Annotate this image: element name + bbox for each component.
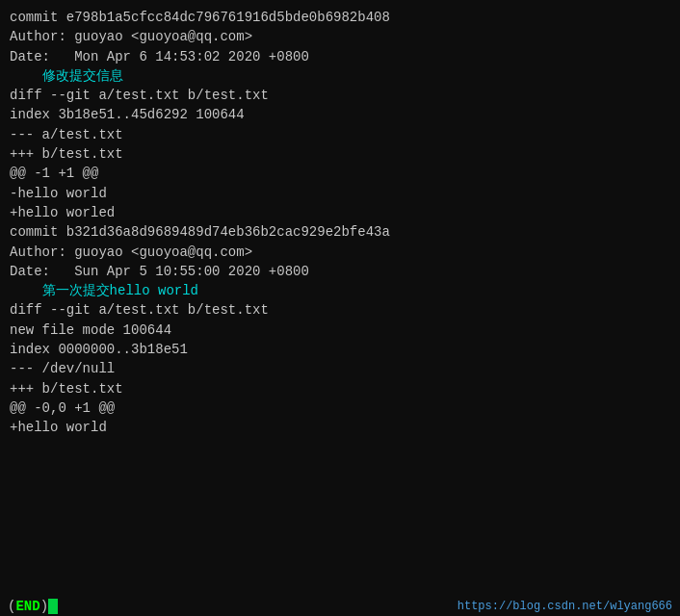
commit2-hash: commit b321d36a8d9689489d74eb36b2cac929e… bbox=[10, 222, 670, 242]
end-word: END bbox=[15, 599, 39, 614]
diff1-header: diff --git a/test.txt b/test.txt bbox=[10, 86, 670, 105]
diff2-index: index 0000000..3b18e51 bbox=[10, 340, 670, 359]
terminal: commit e798b1a5cfcc84dc796761916d5bde0b6… bbox=[0, 0, 680, 616]
watermark: https://blog.csdn.net/wlyang666 bbox=[458, 600, 672, 613]
diff1-index: index 3b18e51..45d6292 100644 bbox=[10, 105, 670, 124]
cursor bbox=[48, 599, 58, 614]
end-bracket-close: ) bbox=[40, 599, 48, 614]
diff2-from: --- /dev/null bbox=[10, 359, 670, 378]
commit2-author: Author: guoyao <guoyoa@qq.com> bbox=[10, 243, 670, 262]
diff1-hunk: @@ -1 +1 @@ bbox=[10, 164, 670, 183]
commit2-date: Date: Sun Apr 5 10:55:00 2020 +0800 bbox=[10, 262, 670, 281]
commit1-date: Date: Mon Apr 6 14:53:02 2020 +0800 bbox=[10, 47, 670, 66]
diff2-add: +hello world bbox=[10, 418, 670, 437]
commit2-msg: 第一次提交hello world bbox=[10, 281, 670, 300]
commit1-hash: commit e798b1a5cfcc84dc796761916d5bde0b6… bbox=[10, 8, 670, 27]
end-badge: ( END ) bbox=[8, 599, 58, 614]
commit1-author: Author: guoyao <guoyoa@qq.com> bbox=[10, 27, 670, 46]
diff1-from: --- a/test.txt bbox=[10, 125, 670, 144]
bottom-bar: ( END ) https://blog.csdn.net/wlyang666 bbox=[0, 597, 680, 616]
diff1-add: +hello worled bbox=[10, 203, 670, 222]
commit1-msg: 修改提交信息 bbox=[10, 66, 670, 86]
diff1-remove: -hello world bbox=[10, 184, 670, 203]
diff2-newfile: new file mode 100644 bbox=[10, 321, 670, 340]
terminal-content: commit e798b1a5cfcc84dc796761916d5bde0b6… bbox=[10, 8, 670, 438]
diff2-header: diff --git a/test.txt b/test.txt bbox=[10, 300, 670, 320]
diff2-hunk: @@ -0,0 +1 @@ bbox=[10, 398, 670, 418]
end-bracket-open: ( bbox=[8, 599, 15, 614]
diff2-to: +++ b/test.txt bbox=[10, 379, 670, 398]
diff1-to: +++ b/test.txt bbox=[10, 144, 670, 164]
